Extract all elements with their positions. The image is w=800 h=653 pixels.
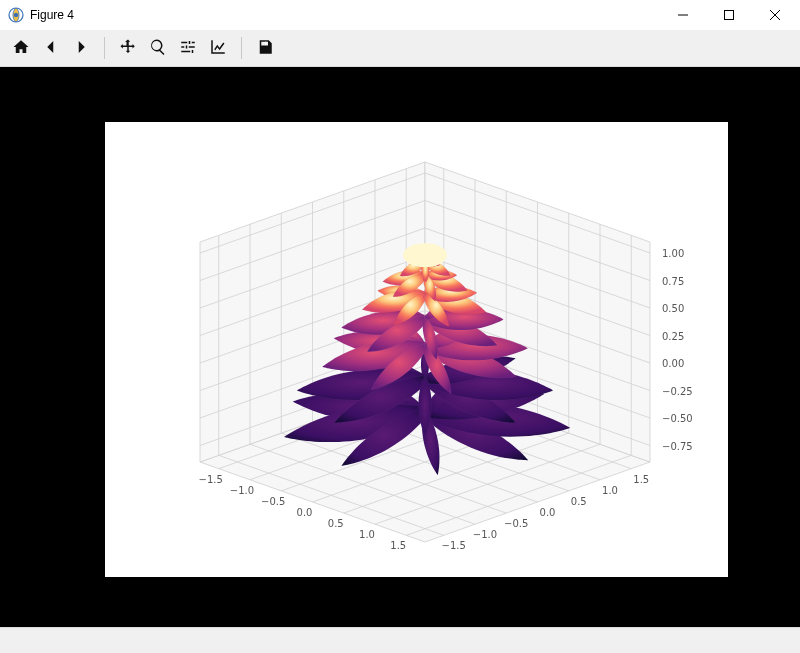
tick-label: 0.75 bbox=[662, 276, 684, 287]
svg-point-51 bbox=[403, 243, 447, 267]
tick-label: −1.0 bbox=[473, 529, 497, 540]
window-title: Figure 4 bbox=[30, 8, 74, 22]
toolbar-separator bbox=[241, 37, 242, 59]
svg-point-1 bbox=[14, 13, 18, 17]
tick-label: 0.00 bbox=[662, 358, 684, 369]
tick-label: 1.5 bbox=[390, 540, 406, 551]
figure-surface[interactable]: −1.5−1.0−0.50.00.51.01.5−1.5−1.0−0.50.00… bbox=[105, 122, 728, 577]
statusbar bbox=[0, 627, 800, 653]
arrow-left-icon bbox=[42, 38, 60, 59]
tick-label: 1.5 bbox=[633, 474, 649, 485]
toolbar-separator bbox=[104, 37, 105, 59]
save-icon bbox=[256, 38, 274, 59]
home-icon bbox=[12, 38, 30, 59]
tick-label: 1.0 bbox=[602, 485, 618, 496]
tick-label: 0.0 bbox=[297, 507, 313, 518]
window-minimize-button[interactable] bbox=[660, 0, 706, 30]
toolbar-pan-button[interactable] bbox=[113, 33, 143, 63]
tick-label: −0.25 bbox=[662, 386, 693, 397]
window-maximize-button[interactable] bbox=[706, 0, 752, 30]
tick-label: 1.0 bbox=[359, 529, 375, 540]
axes3d: −1.5−1.0−0.50.00.51.01.5−1.5−1.0−0.50.00… bbox=[105, 122, 728, 577]
tick-label: −0.75 bbox=[662, 441, 693, 452]
toolbar-edit-button[interactable] bbox=[203, 33, 233, 63]
chart-line-icon bbox=[209, 38, 227, 59]
toolbar-subplots-button[interactable] bbox=[173, 33, 203, 63]
tick-label: −1.5 bbox=[199, 474, 223, 485]
tick-label: 0.0 bbox=[540, 507, 556, 518]
arrow-right-icon bbox=[72, 38, 90, 59]
tick-label: −0.50 bbox=[662, 413, 693, 424]
svg-rect-3 bbox=[265, 41, 267, 44]
window-titlebar: Figure 4 bbox=[0, 0, 800, 30]
tick-label: 0.50 bbox=[662, 303, 684, 314]
tick-label: −0.5 bbox=[261, 496, 285, 507]
toolbar-zoom-button[interactable] bbox=[143, 33, 173, 63]
tick-label: 1.00 bbox=[662, 248, 684, 259]
tick-label: −1.5 bbox=[442, 540, 466, 551]
window-close-button[interactable] bbox=[752, 0, 798, 30]
tick-label: −1.0 bbox=[230, 485, 254, 496]
tick-label: −0.5 bbox=[504, 518, 528, 529]
move-icon bbox=[119, 38, 137, 59]
app-icon bbox=[8, 7, 24, 23]
tick-label: 0.25 bbox=[662, 331, 684, 342]
figure-canvas-background: −1.5−1.0−0.50.00.51.01.5−1.5−1.0−0.50.00… bbox=[0, 67, 800, 627]
zoom-icon bbox=[149, 38, 167, 59]
toolbar-save-button[interactable] bbox=[250, 33, 280, 63]
toolbar-forward-button[interactable] bbox=[66, 33, 96, 63]
toolbar-home-button[interactable] bbox=[6, 33, 36, 63]
svg-rect-2 bbox=[725, 11, 734, 20]
tick-label: 0.5 bbox=[328, 518, 344, 529]
tick-label: 0.5 bbox=[571, 496, 587, 507]
sliders-icon bbox=[179, 38, 197, 59]
mpl-toolbar bbox=[0, 30, 800, 67]
toolbar-back-button[interactable] bbox=[36, 33, 66, 63]
